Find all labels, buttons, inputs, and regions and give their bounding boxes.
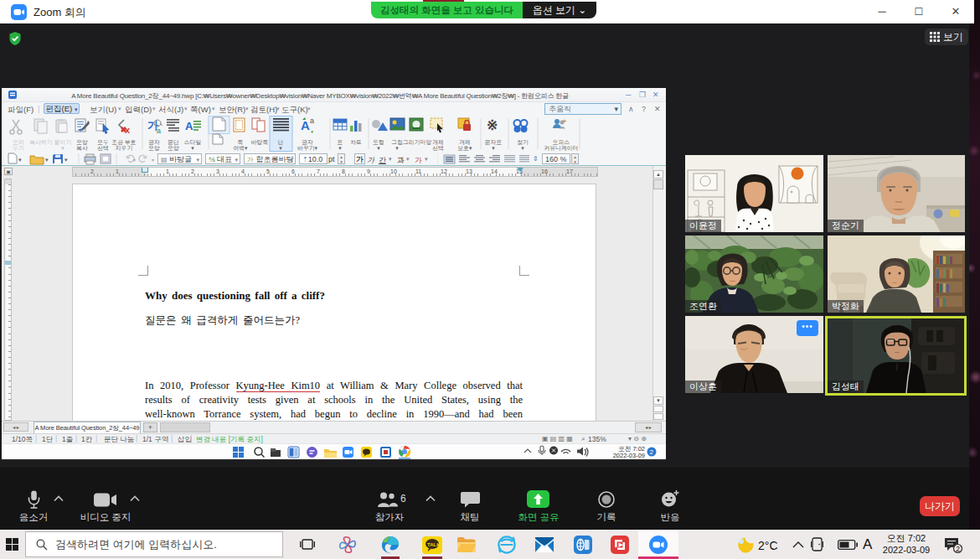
svg-text:▾: ▾ — [18, 157, 22, 163]
svg-text:2: 2 — [956, 545, 960, 553]
svg-text:▾: ▾ — [152, 158, 154, 163]
svg-text:TALK: TALK — [427, 542, 441, 547]
svg-text:▾: ▾ — [64, 157, 68, 163]
svg-text:x: x — [125, 125, 131, 135]
svg-text:2: 2 — [650, 448, 654, 456]
svg-text:A: A — [185, 120, 193, 132]
svg-text:▾: ▾ — [45, 157, 49, 163]
svg-text:a: a — [157, 127, 161, 135]
svg-text:※: ※ — [487, 118, 498, 132]
svg-text:a: a — [310, 116, 314, 125]
svg-text:+: + — [563, 118, 566, 124]
svg-text:▾: ▾ — [133, 158, 136, 163]
svg-text:A: A — [301, 118, 310, 132]
